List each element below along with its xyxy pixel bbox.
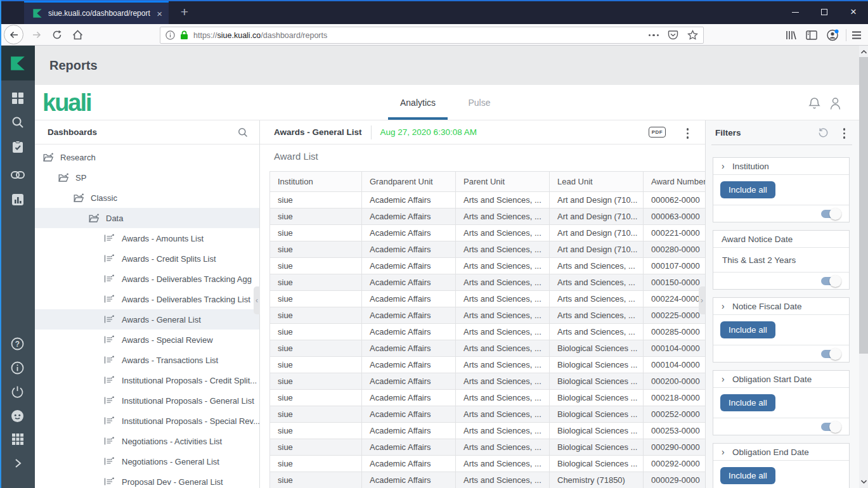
tree-report-awards-credit-splits-list[interactable]: Awards - Credit Splits List — [35, 248, 259, 269]
report-icon — [104, 396, 116, 405]
table-cell: 000280-0000 — [644, 241, 706, 258]
bookmark-star-icon[interactable] — [687, 30, 698, 41]
table-cell: siue — [270, 357, 362, 373]
link-icon[interactable] — [0, 164, 35, 186]
tree-folder-data[interactable]: Data — [35, 208, 259, 228]
filter-title-row[interactable]: ›Notice Fiscal Date — [713, 298, 849, 315]
dashboard-icon[interactable] — [0, 87, 35, 110]
library-icon[interactable] — [782, 26, 800, 44]
filter-value[interactable]: This & Last 2 Years — [713, 248, 849, 273]
power-icon[interactable] — [0, 380, 35, 403]
kuali-logo-tile[interactable] — [0, 46, 35, 80]
dashboards-search-icon[interactable] — [238, 127, 248, 138]
table-cell: 000150-0000 — [644, 274, 706, 291]
filter-toggle-switch[interactable] — [821, 423, 840, 431]
include-all-button[interactable]: Include all — [720, 181, 775, 198]
kuali-wordmark[interactable]: kuali — [42, 89, 91, 117]
filter-title-row[interactable]: ›Obligation Start Date — [713, 371, 849, 388]
filters-reset-icon[interactable] — [818, 127, 829, 138]
reload-button[interactable] — [48, 26, 66, 44]
pdf-export-button[interactable]: PDF — [649, 127, 666, 138]
back-button[interactable] — [4, 25, 23, 44]
tree-report-institutional-proposals-general-list[interactable]: Institutional Proposals - General List — [35, 390, 259, 411]
report-icon — [104, 437, 116, 446]
filter-cards: ›InstitutionInclude allAward Notice Date… — [713, 157, 850, 488]
feedback-icon[interactable] — [0, 404, 35, 427]
info-icon[interactable] — [0, 356, 35, 379]
tab-close-icon[interactable]: × — [157, 9, 162, 18]
new-tab-button[interactable]: + — [175, 4, 194, 22]
filter-card-notice-fiscal-date: ›Notice Fiscal DateInclude all — [713, 297, 850, 363]
table-cell: 000200-0000 — [644, 373, 706, 390]
award-list-table: InstitutionGrandparent UnitParent UnitLe… — [269, 171, 706, 488]
tree-report-negotiations-activities-list[interactable]: Negotiations - Activities List — [35, 431, 259, 451]
tree-report-institutional-proposals-credit-split[interactable]: Institutional Proposals - Credit Split..… — [35, 370, 259, 390]
filters-collapse-handle[interactable]: › — [699, 286, 705, 314]
column-header[interactable]: Institution — [270, 172, 362, 192]
tasks-clipboard-icon[interactable] — [0, 136, 35, 158]
tree-report-awards-special-review[interactable]: Awards - Special Review — [35, 330, 259, 350]
filters-menu-kebab-icon[interactable] — [841, 125, 848, 141]
report-icon — [104, 416, 116, 425]
notifications-bell-icon[interactable] — [807, 96, 821, 110]
pocket-icon[interactable] — [668, 30, 678, 41]
filter-title-row[interactable]: ›Obligation End Date — [713, 444, 849, 461]
search-icon[interactable] — [0, 111, 35, 134]
page-scrollbar-thumb[interactable] — [859, 57, 868, 354]
page-actions-icon[interactable] — [649, 34, 659, 37]
window-maximize-button[interactable] — [810, 0, 839, 24]
menu-hamburger-icon[interactable] — [848, 26, 865, 44]
filter-title-row[interactable]: Award Notice Date — [713, 231, 849, 248]
tab-analytics[interactable]: Analytics — [388, 85, 448, 120]
page-info-icon[interactable] — [165, 30, 175, 40]
include-all-button[interactable]: Include all — [720, 394, 775, 411]
table-cell: Academic Affairs — [362, 241, 456, 258]
tree-report-awards-transactions-list[interactable]: Awards - Transactions List — [35, 350, 259, 370]
table-cell: 000224-0000 — [644, 291, 706, 307]
filter-toggle-switch[interactable] — [821, 210, 840, 218]
filters-divider — [711, 144, 852, 145]
dashboards-collapse-handle[interactable]: ‹ — [254, 286, 260, 314]
tab-pulse[interactable]: Pulse — [457, 85, 502, 120]
report-menu-kebab-icon[interactable] — [684, 125, 692, 141]
url-bar[interactable]: https://siue.kuali.co/dashboard/reports — [160, 27, 704, 44]
sidebars-icon[interactable] — [803, 26, 820, 44]
tree-report-awards-deliverables-tracking-agg[interactable]: Awards - Deliverables Tracking Agg — [35, 269, 259, 289]
scroll-down-icon[interactable] — [859, 477, 868, 487]
scroll-up-icon[interactable] — [859, 47, 868, 57]
filter-toggle-switch[interactable] — [821, 350, 840, 358]
tree-report-awards-amounts-list[interactable]: Awards - Amounts List — [35, 228, 259, 248]
profile-person-icon[interactable] — [828, 96, 842, 110]
apps-grid-icon[interactable] — [0, 428, 35, 451]
include-all-button[interactable]: Include all — [720, 321, 775, 338]
secure-lock-icon[interactable] — [180, 30, 188, 40]
column-header[interactable]: Parent Unit — [456, 172, 550, 192]
expand-chevron-icon[interactable] — [0, 452, 35, 475]
chart-icon[interactable] — [0, 188, 35, 211]
column-header[interactable]: Lead Unit — [550, 172, 644, 192]
filter-title-row[interactable]: ›Institution — [713, 158, 849, 175]
window-minimize-button[interactable] — [781, 0, 810, 24]
forward-button[interactable] — [28, 26, 46, 44]
filter-toggle-switch[interactable] — [821, 277, 840, 285]
tree-report-proposal-dev-general-list[interactable]: Proposal Dev - General List — [35, 472, 259, 488]
tree-report-negotiations-general-list[interactable]: Negotiations - General List — [35, 451, 259, 472]
account-icon[interactable] — [824, 26, 841, 44]
report-icon — [104, 376, 116, 385]
help-icon[interactable]: ? — [0, 332, 35, 355]
window-close-button[interactable]: × — [839, 0, 868, 24]
folder-icon — [74, 193, 85, 203]
table-cell: Academic Affairs — [362, 340, 456, 357]
tree-report-awards-general-list[interactable]: Awards - General List — [35, 309, 259, 330]
tree-folder-research[interactable]: Research — [35, 147, 259, 167]
browser-tab[interactable]: siue.kuali.co/dashboard/report × — [24, 1, 169, 24]
column-header[interactable]: Award Number — [644, 172, 706, 192]
home-button[interactable] — [68, 26, 86, 44]
tree-folder-sp[interactable]: SP — [35, 167, 259, 188]
tree-report-institutional-proposals-special-rev[interactable]: Institutional Proposals - Special Rev... — [35, 411, 259, 431]
tree-report-awards-deliverables-tracking-list[interactable]: Awards - Deliverables Tracking List — [35, 289, 259, 309]
column-header[interactable]: Grandparent Unit — [362, 172, 456, 192]
include-all-button[interactable]: Include all — [720, 467, 775, 484]
tree-folder-classic[interactable]: Classic — [35, 188, 259, 208]
tree-item-label: Institutional Proposals - Special Rev... — [122, 416, 259, 426]
